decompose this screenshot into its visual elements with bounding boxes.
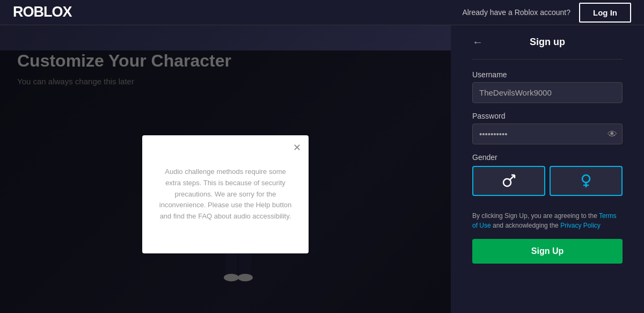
show-password-icon[interactable]: 👁 [608, 128, 617, 140]
left-panel: Customize Your Character You can always … [0, 25, 451, 313]
password-wrapper: 👁 [472, 123, 623, 144]
svg-point-16 [503, 179, 511, 186]
modal-overlay: ✕ Audio challenge methods require some e… [0, 50, 451, 313]
roblox-logo: ROBLOX [13, 2, 99, 23]
main-layout: Customize Your Character You can always … [0, 25, 644, 313]
gender-group: Gender [472, 153, 623, 196]
modal-close-button[interactable]: ✕ [293, 142, 301, 154]
username-input[interactable] [472, 82, 623, 103]
password-group: Password 👁 [472, 112, 623, 144]
top-header: ROBLOX Already have a Roblox account? Lo… [0, 0, 644, 25]
right-panel: ← Sign up Username Password 👁 Gender [451, 25, 644, 313]
signup-title: Sign up [483, 37, 612, 48]
back-button[interactable]: ← [472, 36, 483, 48]
svg-point-20 [582, 175, 590, 183]
username-group: Username [472, 70, 623, 103]
password-label: Password [472, 112, 623, 120]
password-input[interactable] [472, 123, 623, 144]
gender-male-button[interactable] [472, 166, 545, 196]
modal-content-area: Audio challenge methods require some ext… [157, 157, 294, 232]
gender-label: Gender [472, 153, 623, 162]
svg-line-17 [510, 175, 515, 180]
header-actions: Already have a Roblox account? Log In [462, 3, 631, 23]
terms-text: By clicking Sign Up, you are agreeing to… [472, 211, 623, 230]
username-label: Username [472, 70, 623, 79]
modal-dialog: ✕ Audio challenge methods require some e… [142, 135, 309, 253]
gender-buttons [472, 166, 623, 196]
signup-button[interactable]: Sign Up [472, 239, 623, 264]
modal-message: Audio challenge methods require some ext… [157, 166, 294, 222]
svg-text:ROBLOX: ROBLOX [13, 4, 72, 19]
gender-female-button[interactable] [550, 166, 623, 196]
already-text: Already have a Roblox account? [462, 8, 570, 17]
privacy-policy-link[interactable]: Privacy Policy [560, 222, 601, 229]
signup-header: ← Sign up [472, 25, 623, 60]
login-button[interactable]: Log In [579, 3, 631, 23]
